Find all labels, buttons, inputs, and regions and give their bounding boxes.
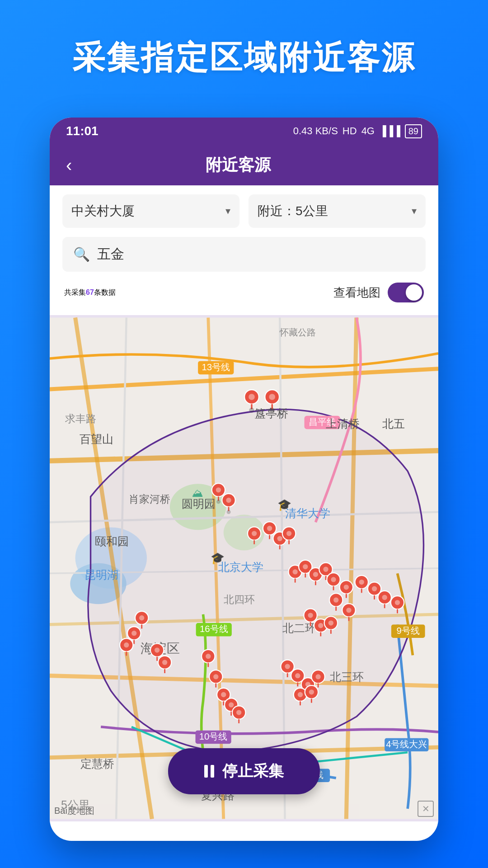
status-battery: 89 [405,124,422,138]
svg-point-134 [315,674,320,679]
svg-point-80 [277,536,282,541]
svg-point-116 [308,613,313,618]
hero-title: 采集指定区域附近客源 [0,0,488,107]
svg-point-128 [295,673,300,678]
location-arrow-icon: ▾ [225,205,230,217]
svg-point-161 [213,674,218,679]
controls-panel: 中关村大厦 ▾ 附近：5公里 ▾ 🔍 五金 共采集67条数据 查看地图 [50,185,438,315]
stats-suffix: 条数据 [94,288,116,296]
stats-row: 共采集67条数据 查看地图 [62,279,426,306]
svg-point-164 [221,692,226,697]
map-close-icon[interactable]: ✕ [418,801,434,817]
svg-point-72 [227,510,231,514]
svg-point-173 [382,595,387,600]
search-input[interactable]: 五金 [97,245,415,264]
stats-text: 共采集67条数据 [64,288,116,297]
location-value: 中关村大厦 [71,203,135,220]
svg-point-110 [333,598,338,603]
status-signal-icon: ▐▐▐ [379,125,400,137]
svg-point-58 [249,394,255,400]
svg-point-107 [372,586,377,591]
search-icon: 🔍 [73,246,90,262]
phone-frame: 11:01 0.43 KB/S HD 4G ▐▐▐ 89 ‹ 附近客源 中关村大… [50,118,438,841]
svg-point-77 [267,526,272,531]
svg-point-70 [226,498,231,503]
svg-text:百望山: 百望山 [80,433,113,445]
page-title: 附近客源 [81,154,395,176]
svg-point-155 [162,660,167,665]
svg-text:求丰路: 求丰路 [65,414,96,425]
status-network: 4G [361,125,375,137]
svg-point-60 [249,408,254,413]
svg-point-170 [236,710,241,715]
svg-point-119 [318,623,323,628]
nearby-arrow-icon: ▾ [412,205,417,217]
svg-point-92 [313,572,318,577]
svg-point-176 [395,600,400,605]
map-attribution: Bai度地图 [54,805,94,817]
svg-point-66 [216,487,221,492]
map-view-toggle[interactable] [388,283,424,302]
svg-point-149 [124,642,129,647]
svg-text:北三环: 北三环 [330,670,364,683]
stop-collect-button[interactable]: 停止采集 [168,748,320,794]
status-icons: 0.43 KB/S HD 4G ▐▐▐ 89 [293,124,422,138]
svg-point-113 [346,608,351,613]
svg-point-167 [229,702,234,707]
location-select[interactable]: 中关村大厦 ▾ [62,194,239,228]
status-speed: 0.43 KB/S [293,125,338,137]
map-container: 求丰路 怀藏公路 13号线 昌平线 16号线 10号线 4号线大兴 2号线 9号… [50,315,438,821]
svg-point-137 [298,692,303,697]
nearby-select[interactable]: 附近：5公里 ▾ [249,194,426,228]
svg-text:肖家河桥: 肖家河桥 [129,494,170,505]
svg-point-98 [331,577,336,582]
svg-text:颐和园: 颐和园 [95,535,129,547]
svg-point-158 [206,654,211,659]
toggle-knob [406,284,422,301]
svg-text:13号线: 13号线 [202,362,230,372]
svg-point-62 [269,394,275,400]
map-toggle-area: 查看地图 [333,283,424,302]
svg-point-68 [216,500,221,504]
svg-text:🎓: 🎓 [277,498,292,512]
svg-text:🎓: 🎓 [211,551,225,565]
svg-point-143 [139,615,144,620]
svg-point-89 [303,564,308,569]
svg-text:定慧桥: 定慧桥 [80,757,114,770]
svg-point-146 [131,631,136,636]
svg-point-86 [293,569,298,574]
svg-point-122 [328,620,333,625]
svg-text:16号线: 16号线 [200,624,228,634]
map-label: 查看地图 [333,285,380,301]
svg-text:北五: 北五 [382,417,405,430]
map-svg: 求丰路 怀藏公路 13号线 昌平线 16号线 10号线 4号线大兴 2号线 9号… [50,315,438,821]
svg-point-104 [359,580,364,585]
svg-point-125 [285,664,290,669]
svg-text:北京大学: 北京大学 [218,561,263,573]
status-time: 11:01 [66,124,99,138]
svg-text:北四环: 北四环 [224,594,255,605]
nearby-value: 附近：5公里 [258,203,328,220]
pause-icon [204,765,214,778]
svg-text:9号线: 9号线 [397,626,420,636]
svg-point-83 [286,531,291,536]
stats-count: 67 [86,288,94,296]
svg-point-152 [155,647,160,652]
svg-text:⛰: ⛰ [192,486,203,499]
svg-text:10号线: 10号线 [199,731,228,741]
app-header: ‹ 附近客源 [50,145,438,185]
svg-text:怀藏公路: 怀藏公路 [279,327,316,337]
svg-point-140 [309,689,314,694]
stop-button-label: 停止采集 [222,761,284,782]
back-button[interactable]: ‹ [66,155,72,175]
svg-point-101 [344,585,349,590]
svg-text:清华大学: 清华大学 [285,507,330,519]
stats-prefix: 共采集 [64,288,86,296]
filter-row: 中关村大厦 ▾ 附近：5公里 ▾ [62,194,426,228]
search-box[interactable]: 🔍 五金 [62,237,426,272]
status-hd: HD [343,125,357,137]
svg-text:北二环: 北二环 [282,622,316,634]
svg-text:4号线大兴: 4号线大兴 [386,739,427,749]
svg-point-64 [270,408,275,413]
status-bar: 11:01 0.43 KB/S HD 4G ▐▐▐ 89 [50,118,438,145]
